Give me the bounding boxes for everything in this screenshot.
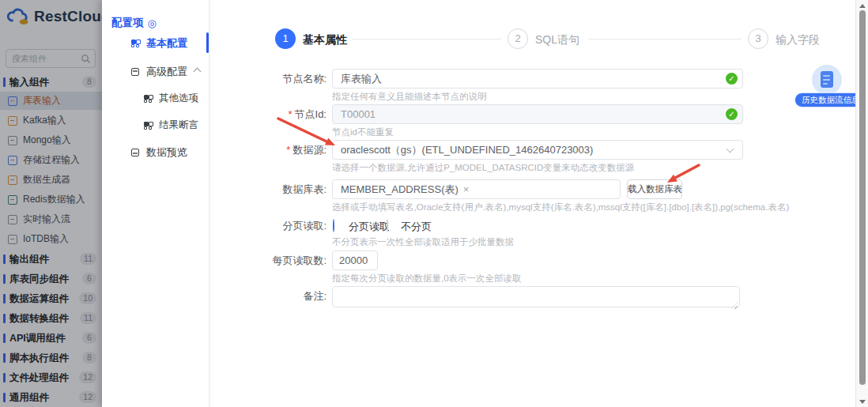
node-id-label: *节点Id: (209, 107, 326, 122)
datasource-select[interactable]: oraclescott（gs）(ETL_UNDEFINED_1462640723… (332, 140, 743, 160)
scroll-down-arrow-icon[interactable] (859, 400, 866, 404)
load-tables-button[interactable]: 载入数据库表 (627, 179, 682, 199)
node-name-input[interactable] (332, 69, 743, 89)
valid-check-icon: ✓ (726, 108, 738, 120)
step-connector (353, 39, 501, 40)
step-1-label: 基本属性 (303, 33, 347, 47)
data-preview-icon (131, 149, 139, 156)
chevron-up-icon[interactable] (194, 68, 202, 76)
step-1-circle[interactable]: 1 (275, 28, 296, 49)
grid-icon (131, 40, 139, 47)
close-icon[interactable]: × (463, 183, 470, 195)
config-item-data-preview[interactable]: 数据预览 (131, 145, 187, 160)
history-dataflow-button[interactable] (812, 65, 842, 95)
grid-icon (144, 122, 152, 130)
node-id-hint: 节点id不能重复 (332, 126, 394, 138)
config-panel: 配置项 ◎ 基本配置 高级配置 其他选项 结果断言 数据预览 (102, 0, 209, 407)
config-item-result-assert[interactable]: 结果断言 (144, 119, 198, 132)
red-arrow-to-load-button (675, 165, 699, 178)
radio-paged[interactable] (333, 219, 334, 232)
red-arrow-to-datasource (278, 119, 326, 141)
vertical-scrollbar[interactable] (855, 0, 868, 407)
advanced-config-icon (131, 68, 139, 76)
node-id-input (332, 104, 743, 124)
scroll-up-arrow-icon[interactable] (859, 4, 866, 8)
remark-textarea[interactable] (332, 286, 740, 307)
remark-label: 备注: (209, 289, 326, 303)
node-name-hint: 指定任何有意义且能描述本节点的说明 (332, 91, 487, 103)
db-table-input[interactable]: MEMBER_ADDRESS(表) × (332, 179, 621, 199)
gear-icon: ◎ (148, 17, 157, 29)
step-3-label: 输入字段 (776, 33, 820, 47)
radio-unpaged[interactable] (387, 219, 388, 232)
scrollbar-thumb[interactable] (859, 10, 866, 385)
datasource-hint: 请选择一个数据源,允许通过P_MODEL_DATASRCID变量来动态改变数据源 (332, 162, 634, 174)
grid-icon (144, 95, 152, 103)
node-name-label: 节点名称: (209, 72, 326, 86)
datasource-label: *数据源: (209, 143, 326, 157)
step-3-circle[interactable]: 3 (748, 28, 768, 49)
step-2-circle[interactable]: 2 (508, 28, 528, 49)
history-doc-icon (821, 71, 833, 88)
paging-label: 分页读取: (209, 219, 326, 233)
selected-indicator-bar (206, 32, 209, 53)
chevron-down-icon (726, 145, 734, 153)
paging-hint: 不分页表示一次性全部读取适用于少批量数据 (332, 236, 514, 248)
step-connector (588, 39, 742, 40)
radio-unpaged-label[interactable]: 不分页 (401, 220, 432, 234)
step-2-label: SQL语句 (535, 33, 579, 47)
db-table-hint: 选择或手动填写表名,Oracle支持(用户.表名),mysql支持(库名.表名)… (332, 202, 789, 213)
page-size-label: 每页读取数: (209, 254, 326, 268)
valid-check-icon: ✓ (726, 73, 738, 85)
config-item-basic[interactable]: 基本配置 (131, 36, 187, 51)
page-size-input[interactable] (332, 251, 378, 270)
config-item-advanced[interactable]: 高级配置 (131, 65, 187, 79)
drawer-mask[interactable] (0, 0, 102, 407)
config-panel-title: 配置项 ◎ (111, 16, 157, 30)
config-item-other-options[interactable]: 其他选项 (144, 92, 198, 105)
table-tag: MEMBER_ADDRESS(表) (341, 183, 459, 197)
db-table-label: 数据库表: (209, 183, 326, 197)
page-size-hint: 指定每次分页读取的数据量,0表示一次全部读取 (332, 273, 522, 285)
radio-paged-label[interactable]: 分页读取 (349, 220, 390, 234)
